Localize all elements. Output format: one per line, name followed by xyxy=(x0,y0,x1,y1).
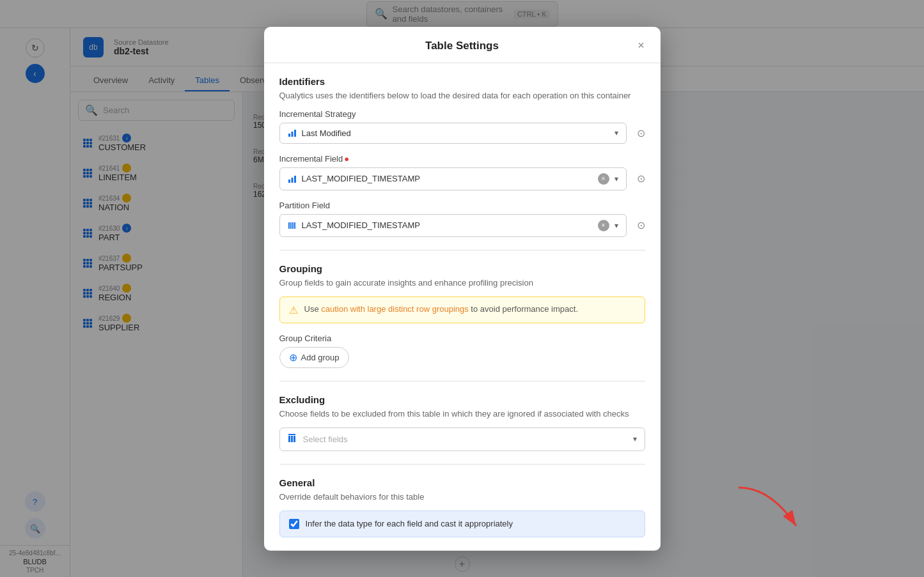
identifiers-desc: Qualytics uses the identifiers below to … xyxy=(279,91,645,100)
dropdown-arrow-icon: ▾ xyxy=(615,128,618,137)
svg-rect-5 xyxy=(294,176,296,183)
svg-rect-10 xyxy=(288,436,290,442)
add-group-wrapper: ⊕ Add group xyxy=(279,347,645,368)
incremental-field-select[interactable]: LAST_MODIFIED_TIMESTAMP × ▾ xyxy=(279,167,627,190)
grouping-title: Grouping xyxy=(279,263,645,274)
incremental-strategy-select[interactable]: Last Modified ▾ xyxy=(279,123,627,144)
svg-rect-13 xyxy=(288,434,295,435)
svg-rect-3 xyxy=(288,180,290,183)
modal-footer: Cancel Save xyxy=(264,550,661,551)
group-criteria-label: Group Criteria xyxy=(279,334,645,343)
incremental-strategy-row: Last Modified ▾ ⊙ xyxy=(279,123,645,144)
section-divider xyxy=(279,381,645,381)
excluding-title: Excluding xyxy=(279,394,645,405)
modal-close-button[interactable]: × xyxy=(634,38,649,54)
svg-rect-8 xyxy=(292,222,294,229)
partition-field-value: LAST_MODIFIED_TIMESTAMP xyxy=(302,220,593,230)
svg-rect-7 xyxy=(290,222,292,229)
svg-rect-9 xyxy=(294,222,295,229)
add-group-button[interactable]: ⊕ Add group xyxy=(279,347,349,368)
incremental-strategy-help[interactable]: ⊙ xyxy=(637,127,645,139)
incremental-field-help[interactable]: ⊙ xyxy=(637,173,645,185)
incremental-field-label: Incremental Field● xyxy=(279,154,645,164)
exclude-icon xyxy=(288,433,298,445)
general-desc: Override default behaviors for this tabl… xyxy=(279,492,645,502)
modal-body: Identifiers Qualytics uses the identifie… xyxy=(264,63,661,550)
partition-icon xyxy=(288,221,297,230)
identifiers-title: Identifiers xyxy=(279,76,645,87)
add-group-icon: ⊕ xyxy=(289,351,297,364)
checkbox-row: Infer the data type for each field and c… xyxy=(279,511,645,537)
bar-chart-icon xyxy=(288,174,297,183)
warning-link: caution with large distinct row grouping… xyxy=(321,304,469,314)
svg-rect-11 xyxy=(291,436,293,442)
partition-field-label: Partition Field xyxy=(279,201,645,210)
svg-rect-0 xyxy=(288,134,290,137)
excluding-placeholder: Select fields xyxy=(303,435,628,444)
modal-overlay: Table Settings × Identifiers Qualytics u… xyxy=(0,0,924,577)
partition-field-wrapper: Partition Field LAST_MODIFIED_TIMESTAMP xyxy=(279,201,645,237)
dropdown-arrow-icon: ▾ xyxy=(633,435,637,443)
incremental-strategy-label: Incremental Strategy xyxy=(279,109,645,119)
dropdown-arrow-icon: ▾ xyxy=(615,174,618,183)
checkbox-label: Infer the data type for each field and c… xyxy=(306,519,513,528)
table-settings-modal: Table Settings × Identifiers Qualytics u… xyxy=(264,27,661,551)
partition-field-help[interactable]: ⊙ xyxy=(637,219,645,231)
dropdown-arrow-icon: ▾ xyxy=(615,221,618,230)
excluding-desc: Choose fields to be excluded from this t… xyxy=(279,409,645,419)
grouping-warning: ⚠ Use caution with large distinct row gr… xyxy=(279,296,645,323)
svg-rect-12 xyxy=(294,436,295,442)
section-divider xyxy=(279,250,645,250)
general-title: General xyxy=(279,477,645,488)
arrow-annotation xyxy=(732,481,809,539)
warning-text: Use caution with large distinct row grou… xyxy=(304,304,579,315)
grouping-desc: Group fields to gain accurate insights a… xyxy=(279,278,645,288)
excluding-select[interactable]: Select fields ▾ xyxy=(279,427,645,451)
section-divider xyxy=(279,464,645,465)
svg-rect-2 xyxy=(294,130,296,137)
partition-field-select[interactable]: LAST_MODIFIED_TIMESTAMP × ▾ xyxy=(279,214,627,237)
svg-rect-4 xyxy=(291,178,293,183)
incremental-field-row: LAST_MODIFIED_TIMESTAMP × ▾ ⊙ xyxy=(279,167,645,190)
incremental-field-value: LAST_MODIFIED_TIMESTAMP xyxy=(302,174,593,183)
modal-title: Table Settings xyxy=(425,40,499,52)
infer-type-checkbox[interactable] xyxy=(289,519,299,529)
incremental-field-wrapper: Incremental Field● LAST_MODIFIED_TIMESTA… xyxy=(279,154,645,190)
add-group-label: Add group xyxy=(301,353,340,362)
svg-rect-6 xyxy=(288,222,290,229)
warning-icon: ⚠ xyxy=(289,304,298,316)
bar-chart-icon xyxy=(288,128,297,137)
incremental-strategy-field: Incremental Strategy Last Modified ▾ ⊙ xyxy=(279,109,645,144)
svg-rect-1 xyxy=(291,132,293,137)
clear-incremental-field[interactable]: × xyxy=(598,173,609,185)
clear-partition-field[interactable]: × xyxy=(598,220,609,231)
required-marker: ● xyxy=(344,154,349,164)
incremental-strategy-value: Last Modified xyxy=(302,128,609,138)
partition-field-row: LAST_MODIFIED_TIMESTAMP × ▾ ⊙ xyxy=(279,214,645,237)
modal-header: Table Settings × xyxy=(264,27,661,63)
